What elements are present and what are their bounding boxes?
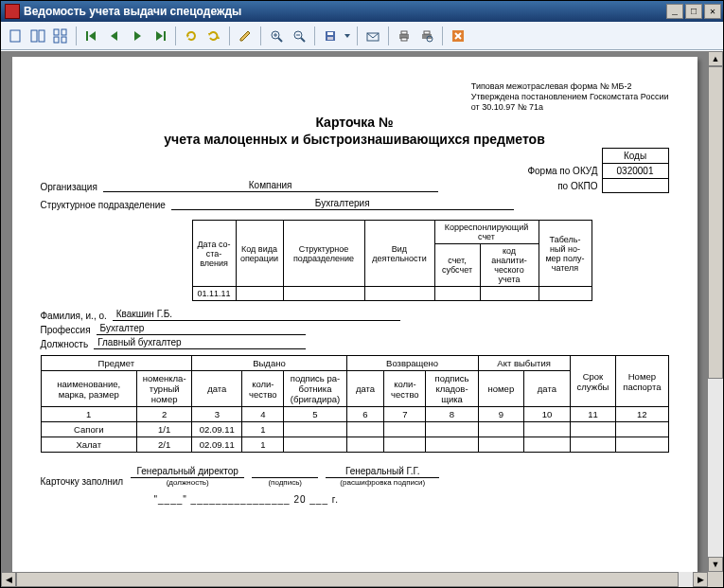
document-viewer: Типовая межотраслевая форма № МБ-2 Утвер… (1, 50, 723, 587)
save-dropdown-icon[interactable] (343, 26, 352, 46)
codes-box: Коды Форма по ОКУД0320001 по ОКПО (521, 148, 668, 193)
multi-page-icon[interactable] (50, 26, 71, 46)
prev-page-icon[interactable] (104, 26, 125, 46)
refresh-all-icon[interactable] (203, 26, 224, 46)
codes-header: Коды (602, 149, 668, 164)
footer-name: Генеральный Г.Г. (326, 466, 439, 478)
zoom-out-icon[interactable] (289, 26, 309, 46)
close-button[interactable]: ✕ (704, 4, 721, 19)
svg-marker-9 (111, 31, 117, 41)
svg-marker-11 (156, 31, 163, 41)
scroll-up-icon[interactable]: ▲ (708, 51, 723, 66)
svg-rect-3 (54, 29, 59, 35)
svg-line-22 (301, 38, 305, 42)
footer-post: Генеральный директор (131, 466, 244, 478)
last-page-icon[interactable] (150, 26, 170, 46)
svg-rect-0 (10, 30, 20, 42)
edit-icon[interactable] (235, 26, 256, 46)
scroll-down-icon[interactable]: ▼ (708, 557, 723, 572)
svg-rect-25 (327, 32, 333, 35)
svg-rect-5 (54, 37, 59, 43)
refresh-icon[interactable] (181, 26, 202, 46)
post-label: Должность (41, 339, 95, 349)
svg-marker-16 (240, 31, 250, 41)
print-preview-icon[interactable] (416, 26, 437, 46)
colnum-row: 1 2 3 4 5 6 7 8 9 10 11 12 (41, 407, 668, 422)
footer-date: "____" ________________ 20 ___ г. (154, 494, 669, 505)
post-value: Главный бухгалтер (94, 337, 305, 349)
fio-value: Квакшин Г.Б. (113, 309, 400, 321)
svg-rect-31 (401, 38, 407, 41)
scroll-left-icon[interactable]: ◀ (1, 572, 16, 587)
svg-rect-6 (62, 37, 66, 43)
titlebar: Ведомость учета выдачи спецодежды _ □ ✕ (1, 1, 723, 22)
footer: Карточку заполнил Генеральный директор (… (41, 466, 669, 505)
svg-marker-27 (344, 34, 350, 38)
first-page-icon[interactable] (81, 26, 102, 46)
svg-rect-30 (401, 31, 407, 34)
okud-value: 0320001 (602, 164, 668, 179)
prof-value: Бухгалтер (97, 323, 306, 335)
footer-label: Карточку заполнил (41, 476, 124, 487)
table-row: Халат 2/1 02.09.11 1 (41, 437, 668, 453)
window-title: Ведомость учета выдачи спецодежды (24, 5, 666, 18)
table-row: Сапоги 1/1 02.09.11 1 (41, 422, 668, 437)
svg-rect-7 (86, 31, 88, 41)
header-table: Дата со- ста- вления Код вида операции С… (192, 220, 669, 301)
single-page-icon[interactable] (5, 26, 26, 46)
app-icon (5, 4, 20, 19)
maximize-button[interactable]: □ (685, 4, 702, 19)
svg-rect-4 (62, 29, 66, 35)
main-table: Предмет Выдано Возвращено Акт выбытия Ср… (41, 355, 669, 453)
okpo-label: по ОКПО (521, 179, 602, 193)
minimize-button[interactable]: _ (666, 4, 683, 19)
svg-rect-33 (424, 31, 430, 34)
org-value: Компания (103, 180, 438, 192)
compose-date: 01.11.11 (192, 287, 236, 301)
prof-label: Профессия (41, 325, 97, 335)
dept-label: Структурное подразделение (41, 200, 171, 210)
document-page: Типовая межотраслевая форма № МБ-2 Утвер… (12, 57, 698, 582)
print-icon[interactable] (394, 26, 415, 46)
okud-label: Форма по ОКУД (521, 164, 602, 179)
svg-rect-26 (327, 37, 333, 40)
horizontal-scrollbar[interactable]: ◀ ▶ (1, 572, 708, 587)
dept-value: Бухгалтерия (171, 198, 514, 210)
svg-line-18 (278, 38, 282, 42)
svg-marker-14 (208, 33, 211, 36)
scroll-thumb-v[interactable] (708, 66, 723, 379)
scrollbar-corner (708, 572, 723, 587)
send-icon[interactable] (362, 26, 383, 46)
zoom-in-icon[interactable] (266, 26, 287, 46)
okpo-value (602, 179, 668, 193)
svg-rect-1 (31, 30, 37, 42)
close-preview-icon[interactable] (448, 26, 468, 46)
vertical-scrollbar[interactable]: ▲ ▼ (708, 51, 723, 572)
svg-marker-10 (134, 31, 141, 41)
next-page-icon[interactable] (127, 26, 148, 46)
org-label: Организация (41, 182, 103, 192)
svg-marker-13 (186, 35, 189, 38)
svg-rect-2 (39, 30, 44, 42)
svg-marker-8 (89, 31, 96, 41)
form-reference: Типовая межотраслевая форма № МБ-2 Утвер… (471, 81, 669, 112)
toolbar (1, 22, 723, 50)
app-window: Ведомость учета выдачи спецодежды _ □ ✕ (0, 0, 724, 588)
scroll-right-icon[interactable]: ▶ (693, 572, 708, 587)
scroll-thumb-h[interactable] (16, 572, 679, 587)
two-page-icon[interactable] (27, 26, 48, 46)
fio-label: Фамилия, и., о. (41, 311, 113, 321)
save-icon[interactable] (320, 26, 341, 46)
svg-rect-12 (164, 31, 166, 41)
document-title: Карточка № учета малоценных и быстроизна… (41, 114, 669, 148)
